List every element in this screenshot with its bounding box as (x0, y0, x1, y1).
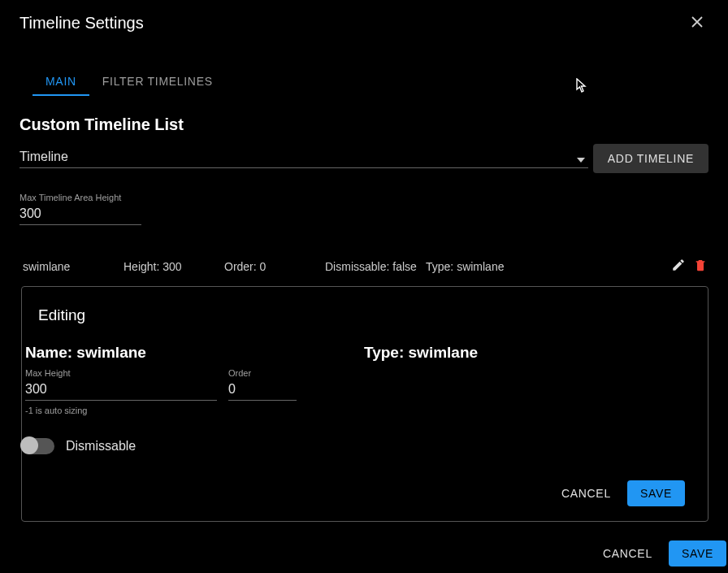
edit-max-height-input[interactable] (25, 380, 217, 401)
delete-row-button[interactable] (692, 256, 708, 276)
close-icon (691, 15, 703, 32)
edit-name-label: Name: swimlane (25, 344, 382, 362)
tab-main[interactable]: MAIN (32, 65, 89, 96)
edit-max-height-label: Max Height (25, 368, 217, 378)
dismissable-toggle-label: Dismissable (66, 439, 136, 454)
edit-panel: Editing Name: swimlane Max Height -1 is … (21, 286, 708, 522)
dialog-title: Timeline Settings (20, 14, 144, 33)
timeline-select-value: Timeline (20, 150, 68, 163)
dialog-cancel-button[interactable]: CANCEL (590, 540, 665, 566)
dialog-save-button[interactable]: SAVE (669, 540, 726, 566)
chevron-down-icon (577, 151, 585, 166)
tab-filter-timelines[interactable]: FILTER TIMELINES (89, 65, 226, 96)
max-area-height-input[interactable] (20, 205, 141, 225)
pencil-icon (671, 258, 686, 275)
edit-order-label: Order (228, 368, 297, 378)
edit-order-input[interactable] (228, 380, 297, 401)
dismissable-toggle[interactable] (22, 438, 54, 454)
row-type: Type: swimlane (426, 260, 670, 273)
timeline-select[interactable]: Timeline (20, 150, 588, 168)
row-order: Order: 0 (224, 260, 325, 273)
row-name: swimlane (23, 260, 124, 273)
edit-save-button[interactable]: SAVE (627, 480, 685, 506)
edit-cancel-button[interactable]: CANCEL (548, 480, 624, 506)
row-dismissable: Dismissable: false (325, 260, 426, 273)
section-title: Custom Timeline List (20, 115, 708, 134)
edit-panel-title: Editing (38, 306, 685, 324)
close-button[interactable] (686, 11, 708, 34)
row-height: Height: 300 (124, 260, 224, 273)
edit-type-label: Type: swimlane (364, 344, 478, 362)
add-timeline-button[interactable]: ADD TIMELINE (593, 144, 708, 173)
timeline-list-row: swimlane Height: 300 Order: 0 Dismissabl… (20, 245, 708, 284)
edit-max-height-helper: -1 is auto sizing (25, 406, 217, 415)
edit-row-button[interactable] (670, 256, 687, 276)
max-area-height-label: Max Timeline Area Height (20, 193, 141, 202)
trash-icon (694, 258, 707, 275)
